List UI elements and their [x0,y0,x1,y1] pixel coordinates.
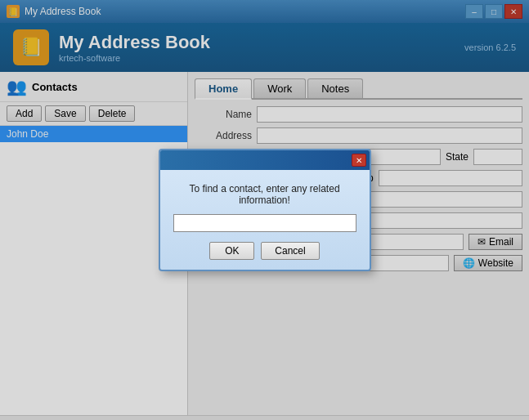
modal-overlay: ✕ To find a contact, enter any related i… [0,0,529,420]
modal-message: To find a contact, enter any related inf… [173,183,356,206]
modal-cancel-button[interactable]: Cancel [261,242,319,260]
modal-search-input[interactable] [173,214,356,232]
modal-titlebar: ✕ [160,150,370,170]
modal-body: To find a contact, enter any related inf… [160,170,370,270]
modal-ok-button[interactable]: OK [209,242,254,260]
modal-close-button[interactable]: ✕ [352,154,366,167]
modal-dialog: ✕ To find a contact, enter any related i… [159,149,371,271]
modal-buttons: OK Cancel [173,242,356,260]
